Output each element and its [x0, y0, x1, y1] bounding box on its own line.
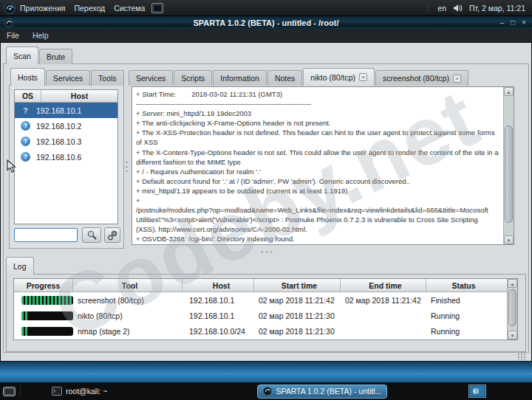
log-col-end[interactable]: End time — [341, 279, 426, 292]
clock[interactable]: Пт, 2 мар, 11:21 — [466, 4, 528, 13]
window-icon — [4, 18, 13, 27]
os-unknown-icon: ? — [21, 106, 30, 115]
log-col-progress[interactable]: Progress — [14, 279, 73, 292]
tab-services[interactable]: Services — [129, 70, 173, 86]
status-value: Finished — [426, 296, 497, 305]
terminal-icon — [52, 387, 62, 396]
scroll-up-icon[interactable]: ▲ — [508, 279, 517, 288]
screen: Приложения Переход Система en Пт, 2 мар,… — [0, 0, 532, 400]
os-unknown-icon: ? — [21, 152, 30, 162]
add-to-scope-button[interactable] — [104, 227, 120, 243]
tab-screenshot[interactable]: screenshot (80/tcp) × — [375, 70, 468, 86]
taskbar-item-sparta[interactable]: SPARTA 1.0.2 (BETA) - untitl... — [257, 385, 387, 399]
scroll-down-icon[interactable]: ▼ — [504, 235, 514, 244]
hosts-table: OS Host ? 192.168.10.1 ? 192.168.10.2 ? … — [14, 89, 118, 224]
scroll-up-icon[interactable]: ▲ — [504, 87, 514, 96]
hosts-table-header: OS Host — [15, 90, 117, 103]
taskbar-item-terminal[interactable]: root@kali: ~ — [47, 385, 112, 399]
nikto-output-area[interactable]: + Start Time: 2018-03-02 11:21:31 (GMT3)… — [132, 86, 514, 245]
log-table: Progress Tool Host Start time End time S… — [13, 278, 518, 340]
progress-bar — [21, 327, 73, 336]
tab-notes[interactable]: Notes — [267, 70, 302, 86]
hosts-col-host[interactable]: Host — [41, 90, 117, 102]
progress-bar — [21, 311, 73, 320]
taskbar-grip[interactable] — [20, 386, 23, 396]
kali-menu-icon[interactable] — [4, 2, 16, 14]
window-titlebar[interactable]: SPARTA 1.0.2 (BETA) - untitled - /root/ … — [0, 16, 532, 29]
tab-information[interactable]: Information — [213, 70, 267, 86]
close-tab-icon[interactable]: × — [359, 73, 367, 81]
log-table-header: Progress Tool Host Start time End time S… — [14, 279, 517, 292]
close-tab-icon[interactable]: × — [453, 75, 461, 83]
tab-nikto[interactable]: nikto (80/tcp) × — [303, 68, 375, 86]
tab-brute[interactable]: Brute — [39, 49, 72, 64]
menu-help[interactable]: Help — [26, 31, 55, 40]
nodes-icon — [107, 230, 117, 241]
os-unknown-icon: ? — [21, 121, 30, 131]
close-button[interactable]: × — [522, 18, 526, 27]
host-row[interactable]: ? 192.168.10.2 — [15, 118, 117, 134]
sparta-icon — [263, 387, 272, 396]
os-unknown-icon: ? — [21, 137, 30, 146]
host-filter-input[interactable] — [14, 228, 78, 242]
log-scrollbar[interactable]: ▲ ▼ — [507, 279, 517, 339]
desktop-panel: Приложения Переход Система en Пт, 2 мар,… — [0, 0, 532, 16]
progress-bar — [21, 296, 73, 305]
window-title: SPARTA 1.0.2 (BETA) - untitled - /root/ — [0, 18, 532, 27]
desktop-wallpaper — [0, 362, 532, 382]
tab-tools[interactable]: Tools — [91, 70, 124, 86]
window-menubar: File Help — [0, 29, 532, 43]
hosts-col-os[interactable]: OS — [15, 90, 41, 102]
maximize-button[interactable]: □ — [511, 18, 515, 27]
menu-places[interactable]: Переход — [69, 0, 109, 16]
output-scrollbar[interactable]: ▲ ▼ — [503, 87, 514, 244]
output-scrollbar-thumb[interactable] — [505, 125, 513, 223]
menu-applications[interactable]: Приложения — [16, 0, 69, 16]
log-col-status[interactable]: Status — [426, 279, 497, 292]
log-col-tool[interactable]: Tool — [73, 279, 183, 292]
tab-scripts[interactable]: Scripts — [174, 70, 212, 86]
log-row[interactable]: nmap (stage 2) 192.168.10.0/24 02 мар 20… — [14, 323, 517, 339]
panel-terminal-icon[interactable] — [151, 3, 163, 13]
scroll-down-icon[interactable]: ▼ — [508, 331, 517, 339]
panel-grip[interactable] — [428, 3, 431, 13]
minimize-button[interactable]: – — [500, 18, 505, 27]
tab-scan[interactable]: Scan — [6, 46, 38, 64]
log-col-host[interactable]: Host — [183, 279, 254, 292]
volume-icon[interactable] — [453, 4, 463, 13]
tab-hosts[interactable]: Hosts — [10, 68, 45, 86]
status-value: Running — [426, 327, 497, 336]
menu-system[interactable]: Система — [109, 0, 149, 16]
log-scrollbar-thumb[interactable] — [508, 289, 516, 326]
mouse-cursor — [7, 159, 16, 175]
status-value: Running — [426, 311, 497, 320]
keyboard-layout-indicator[interactable]: en — [434, 4, 450, 13]
horizontal-splitter[interactable] — [260, 251, 272, 253]
vertical-splitter[interactable] — [126, 160, 128, 172]
host-row[interactable]: ? 192.168.10.3 — [15, 134, 117, 149]
search-icon — [86, 230, 98, 241]
log-row[interactable]: screenshot (80/tcp) 192.168.10.1 02 мар … — [14, 292, 517, 308]
taskbar: root@kali: ~ SPARTA 1.0.2 (BETA) - untit… — [0, 382, 532, 400]
host-row[interactable]: ? 192.168.10.6 — [15, 149, 117, 165]
search-button[interactable] — [82, 227, 101, 243]
log-row[interactable]: nikto (80/tcp) 192.168.10.1 02 мар 2018 … — [14, 308, 517, 323]
resize-grip[interactable] — [517, 353, 526, 360]
tab-left-services[interactable]: Services — [46, 70, 90, 86]
show-desktop-icon[interactable] — [3, 386, 16, 397]
nikto-output-text[interactable]: + Start Time: 2018-03-02 11:21:31 (GMT3)… — [132, 87, 503, 244]
menu-file[interactable]: File — [0, 31, 26, 40]
workspace-pager-icon[interactable] — [468, 385, 486, 398]
host-row[interactable]: ? 192.168.10.1 — [15, 103, 117, 118]
tab-log[interactable]: Log — [6, 257, 34, 275]
log-col-start[interactable]: Start time — [254, 279, 341, 292]
